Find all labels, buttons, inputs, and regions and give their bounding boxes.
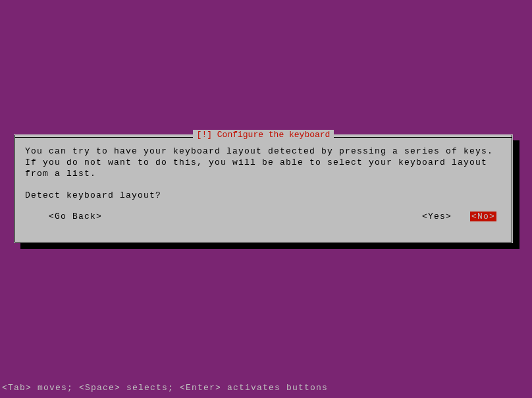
dialog-button-row: <Go Back> <Yes> <No> <box>25 212 502 221</box>
dialog-border-top-right <box>334 137 512 138</box>
dialog-border-top-left <box>14 137 193 138</box>
dialog-border-bottom <box>14 242 512 242</box>
yes-button[interactable]: <Yes> <box>422 212 452 221</box>
dialog-question: Detect keyboard layout? <box>25 190 502 200</box>
go-back-button[interactable]: <Go Back> <box>49 212 102 221</box>
no-button[interactable]: <No> <box>470 212 496 221</box>
dialog-border-left <box>14 135 15 242</box>
dialog-title: [!] Configure the keyboard <box>193 130 334 140</box>
dialog-content: You can try to have your keyboard layout… <box>25 146 502 232</box>
dialog-border-right <box>512 135 512 242</box>
dialog-box: [!] Configure the keyboard You can try t… <box>14 134 513 243</box>
button-spacer <box>102 212 422 221</box>
help-bar: <Tab> moves; <Space> selects; <Enter> ac… <box>2 383 328 393</box>
dialog-title-row: [!] Configure the keyboard <box>14 130 512 140</box>
dialog-body-text: You can try to have your keyboard layout… <box>25 146 502 179</box>
